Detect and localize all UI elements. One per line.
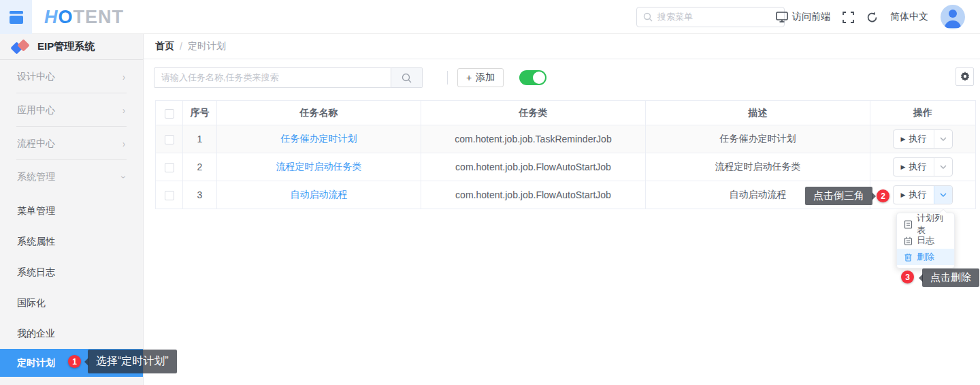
row-select-cell [156, 125, 183, 153]
step-badge-3: 3 [901, 271, 914, 283]
visit-frontend-button[interactable]: 访问前端 [776, 11, 830, 23]
sidebar-menu-item[interactable]: 国际化 [0, 288, 143, 318]
sidebar-header: EIP管理系统 [0, 34, 143, 60]
select-all-checkbox[interactable] [165, 109, 174, 119]
search-icon [643, 12, 653, 22]
execute-button-label: 执行 [909, 133, 926, 145]
task-name-link[interactable]: 任务催办定时计划 [281, 133, 357, 144]
execute-split-button: ▶ 执行 [893, 185, 953, 204]
col-header-index: 序号 [183, 101, 217, 125]
dropdown-item-plan-list[interactable]: 计划列表 [897, 216, 954, 232]
breadcrumb-separator: / [180, 41, 182, 52]
execute-button[interactable]: ▶ 执行 [894, 130, 934, 148]
breadcrumb-current: 定时计划 [188, 40, 226, 52]
task-name-link[interactable]: 自动启动流程 [291, 189, 348, 200]
task-search-button[interactable] [391, 67, 423, 88]
task-class-cell: com.hotent.job.job.FlowAutoStartJob [421, 153, 646, 181]
enable-toggle[interactable] [519, 70, 546, 85]
logo-text-o: O [59, 7, 74, 28]
execute-button-label: 执行 [909, 161, 926, 173]
sidebar-group-label: 应用中心 [17, 104, 55, 117]
sidebar-group-label: 系统管理 [17, 171, 55, 183]
sidebar-menu-item[interactable]: 系统日志 [0, 257, 143, 288]
refresh-button[interactable] [866, 12, 878, 23]
logo-text-h: H [44, 7, 59, 28]
row-checkbox[interactable] [165, 163, 174, 172]
hotent-logo: HOTENT [44, 0, 124, 34]
sidebar-group-label: 设计中心 [17, 71, 55, 83]
main-content: 首页 / 定时计划 请输入任务名称,任务类来搜索 + 添加 [144, 34, 980, 385]
user-icon [941, 5, 965, 29]
sidebar-group-item[interactable]: 系统管理 › [0, 160, 143, 194]
breadcrumb: 首页 / 定时计划 [144, 34, 980, 59]
user-avatar[interactable] [941, 5, 965, 29]
col-header-actions: 操作 [870, 101, 976, 125]
system-title: EIP管理系统 [37, 40, 95, 53]
sidebar-menu-item[interactable]: 我的企业 [0, 318, 143, 349]
plan-list-icon [904, 220, 913, 229]
execute-button[interactable]: ▶ 执行 [894, 158, 934, 176]
toolbar: 请输入任务名称,任务类来搜索 + 添加 [144, 59, 980, 100]
table-row: 1 任务催办定时计划 com.hotent.job.job.TaskRemind… [156, 125, 976, 153]
table-settings-button[interactable] [956, 67, 974, 86]
row-select-cell [156, 181, 183, 209]
top-bar: HOTENT 搜索菜单 访问前端 [0, 0, 980, 34]
refresh-icon [866, 12, 878, 23]
select-all-cell [156, 101, 183, 125]
chevron-down-icon [940, 193, 947, 197]
play-icon: ▶ [901, 164, 906, 170]
sidebar-item-label: 定时计划 [17, 357, 55, 369]
fullscreen-button[interactable] [843, 12, 854, 23]
chevron-down-icon [940, 165, 947, 169]
fullscreen-icon [843, 12, 854, 23]
sidebar-collapse-button[interactable] [0, 0, 32, 34]
visit-frontend-label: 访问前端 [792, 11, 830, 23]
add-button[interactable]: + 添加 [457, 68, 504, 87]
col-header-description: 描述 [646, 101, 870, 125]
play-icon: ▶ [901, 136, 906, 142]
task-description-cell: 任务催办定时计划 [646, 125, 870, 153]
task-search-input[interactable]: 请输入任务名称,任务类来搜索 [154, 67, 391, 88]
col-header-job-class: 任务类 [421, 101, 646, 125]
row-checkbox[interactable] [165, 135, 174, 144]
col-header-name: 任务名称 [217, 101, 421, 125]
sidebar-group-item[interactable]: 应用中心 › [0, 93, 143, 127]
language-switcher[interactable]: 简体中文 [890, 11, 928, 23]
row-actions-cell: ▶ 执行 [870, 125, 976, 153]
menu-search-placeholder: 搜索菜单 [657, 11, 693, 23]
execute-button[interactable]: ▶ 执行 [894, 186, 934, 204]
topbar-actions: 访问前端 简体中文 [776, 0, 965, 34]
chevron-right-icon: › [122, 71, 125, 82]
menu-collapse-icon [9, 10, 24, 25]
row-checkbox[interactable] [165, 191, 174, 200]
monitor-icon [776, 12, 788, 22]
logo-text-rest: TENT [74, 7, 125, 28]
eip-logo-icon [12, 40, 30, 55]
toolbar-divider [447, 71, 448, 84]
sidebar-menu-item[interactable]: 菜单管理 [0, 196, 143, 226]
execute-split-button: ▶ 执行 [893, 129, 953, 149]
sidebar-item-label: 系统属性 [17, 236, 55, 248]
task-description-cell: 流程定时启动任务类 [646, 153, 870, 181]
execute-dropdown-toggle[interactable] [934, 186, 952, 204]
log-icon [904, 236, 913, 245]
sidebar-group-item[interactable]: 设计中心 › [0, 60, 143, 93]
execute-dropdown-toggle[interactable] [934, 158, 952, 176]
add-button-label: 添加 [476, 72, 495, 84]
trash-icon [904, 253, 913, 262]
chevron-right-icon: › [118, 176, 130, 179]
step-badge-2: 2 [877, 189, 889, 202]
execute-dropdown-toggle[interactable] [934, 130, 952, 148]
menu-search-input[interactable]: 搜索菜单 [636, 7, 785, 27]
sidebar-groups: 设计中心 › 应用中心 › 流程中心 › 系统管理 › [0, 60, 143, 194]
breadcrumb-home[interactable]: 首页 [155, 40, 174, 52]
dropdown-item-delete[interactable]: 删除 [897, 249, 954, 265]
row-index: 2 [183, 153, 217, 181]
gear-icon [960, 72, 970, 82]
sidebar-menu-item[interactable]: 系统属性 [0, 226, 143, 257]
execute-button-label: 执行 [909, 189, 926, 201]
task-search-placeholder: 请输入任务名称,任务类来搜索 [161, 72, 279, 84]
sidebar-group-item[interactable]: 流程中心 › [0, 127, 143, 160]
row-index: 3 [183, 181, 217, 209]
task-name-link[interactable]: 流程定时启动任务类 [276, 161, 362, 172]
